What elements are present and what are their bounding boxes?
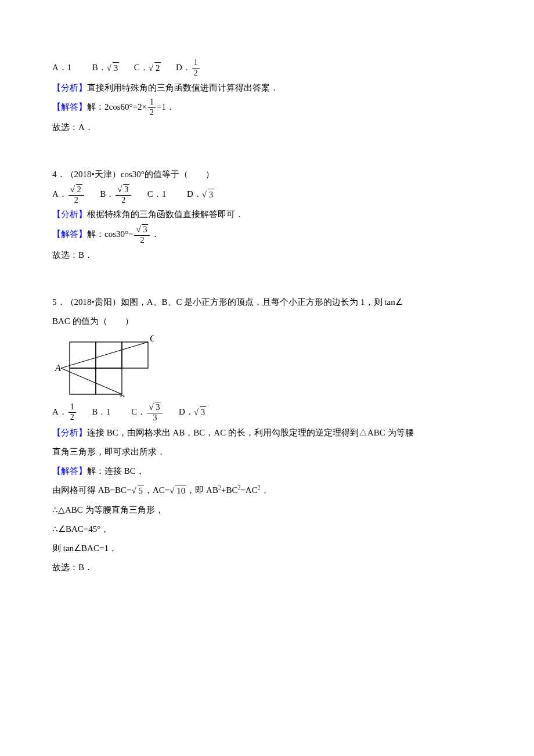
opt-d-label: D． [187,189,202,198]
solution-text: =1． [157,102,175,111]
opt-b-label: B． [92,407,106,416]
q5-solution-l4: ∴∠BAC=45°， [52,520,482,539]
q5-options: A．12 B．1 C．33 D．3 [52,402,482,423]
fraction: 22 [68,184,84,206]
opt-c-label: C． [131,407,146,416]
q5-stem-l1: 5．（2018•贵阳）如图，A、B、C 是小正方形的顶点，且每个小正方形的边长为… [52,293,482,312]
sqrt-icon: 2 [70,184,82,195]
svg-line-6 [61,368,122,394]
solution-label: 【解答】 [52,466,87,476]
q5-stem-l2: BAC 的值为（ ） [52,312,482,331]
svg-rect-1 [96,342,122,368]
figure-label-c: C [150,333,154,343]
svg-line-5 [61,342,148,368]
opt-a-label: A． [52,407,67,416]
sqrt-icon: 2 [149,59,161,78]
opt-a-label: A． [52,63,67,72]
sqrt-icon: 3 [136,224,148,235]
q3-solution: 【解答】解：2cos60°=2×12=1． [52,98,482,118]
analysis-text: 直接利用特殊角的三角函数值进而计算得出答案． [87,83,279,92]
opt-b-label: B． [92,63,107,72]
sqrt-icon: 3 [117,184,129,195]
analysis-label: 【分析】 [52,428,87,437]
opt-a-val: 1 [67,63,72,72]
solution-label: 【解答】 [52,229,87,239]
q4-analysis: 【分析】根据特殊角的三角函数值直接解答即可． [52,205,482,224]
q5-analysis-l2: 直角三角形，即可求出所求． [52,442,482,462]
q5-figure: A C B [52,333,154,397]
q5-solution-l3: ∴△ABC 为等腰直角三角形， [52,501,482,520]
sqrt-icon: 3 [194,403,207,422]
q4-stem: 4．（2018•天津）cos30°的值等于（ ） [52,165,482,184]
opt-b-label: B． [100,189,114,198]
solution-text: ． [151,229,160,239]
opt-c-label: C． [147,189,162,198]
solution-text: 解：cos30°= [87,229,133,239]
q4-solution: 【解答】解：cos30°=32． [52,224,482,246]
analysis-text: 连接 BC，由网格求出 AB，BC，AC 的长，利用勾股定理的逆定理得到△ABC… [87,428,414,437]
q5-solution-l2: 由网格可得 AB=BC=5，AC=10，即 AB2+BC2=AC2， [52,481,482,501]
svg-rect-3 [96,368,122,394]
q5-analysis-l1: 【分析】连接 BC，由网格求出 AB，BC，AC 的长，利用勾股定理的逆定理得到… [52,423,482,442]
analysis-label: 【分析】 [52,210,87,219]
sqrt-icon: 5 [132,481,145,501]
sqrt-icon: 10 [169,481,186,501]
fraction: 32 [116,184,131,206]
q3-conclusion: 故选：A． [52,118,482,137]
opt-d-label: D． [176,63,191,72]
q5-solution-l1: 【解答】解：连接 BC， [52,462,482,481]
fraction: 12 [192,58,200,78]
analysis-text: 根据特殊角的三角函数值直接解答即可． [87,210,244,219]
fraction: 32 [134,224,150,246]
q5-conclusion: 故选：B． [52,558,482,577]
fraction: 12 [148,98,156,118]
solution-text: 解：连接 BC， [87,466,145,476]
opt-c-val: 1 [162,189,167,198]
fraction: 33 [147,402,163,423]
opt-b-val: 1 [106,407,111,416]
fraction: 12 [68,402,76,423]
opt-c-label: C． [134,63,149,72]
q5-solution-l5: 则 tan∠BAC=1， [52,539,482,558]
q3-options: A．1 B．3 C．2 D．12 [52,58,482,78]
opt-d-label: D． [179,407,194,416]
analysis-label: 【分析】 [52,83,87,92]
q3-analysis: 【分析】直接利用特殊角的三角函数值进而计算得出答案． [52,78,482,98]
opt-a-label: A． [52,189,67,198]
q4-conclusion: 故选：B． [52,246,482,265]
solution-label: 【解答】 [52,102,87,111]
figure-label-b: B [119,394,125,397]
q4-options: A．22 B．32 C．1 D．3 [52,184,482,206]
sqrt-icon: 3 [107,59,120,78]
sqrt-icon: 3 [149,402,161,413]
solution-text: 解：2cos60°=2× [87,102,147,111]
figure-label-a: A [55,363,61,373]
sqrt-icon: 3 [202,185,215,204]
